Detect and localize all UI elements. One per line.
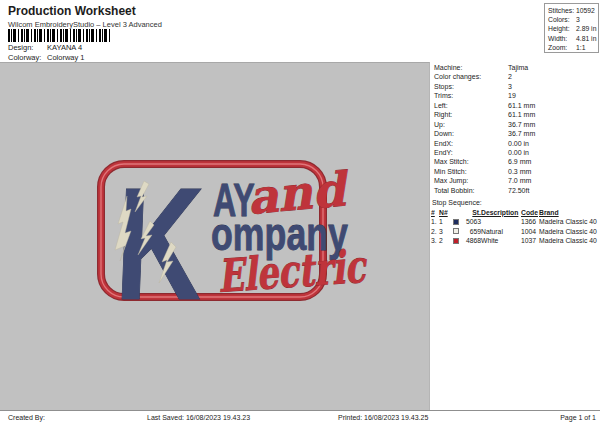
embroidery-design: K AY and ompany Electr xyxy=(0,63,430,412)
seq-cell xyxy=(481,217,521,227)
machine-row: Machine:Tajima xyxy=(430,63,600,72)
seq-header-cell: St. xyxy=(463,208,481,218)
machine-row-value: 72.50ft xyxy=(508,186,600,195)
stop-sequence-row: 2.3659Natural White1004Madeira Classic 4… xyxy=(430,227,600,237)
summary-row: Stitches:10592 xyxy=(548,6,598,15)
seq-cell: 2 xyxy=(439,236,453,246)
stop-sequence-table: #N#St.DescriptionCodeBrand1.150631366Mad… xyxy=(430,208,600,246)
machine-row-value: 7.0 mm xyxy=(508,176,600,185)
machine-row-label: Down: xyxy=(434,129,508,138)
machine-row-label: Left: xyxy=(434,101,508,110)
page-footer: Created By: Last Saved: 16/08/2023 19.43… xyxy=(0,410,600,424)
summary-row-value: 10592 xyxy=(576,6,598,15)
machine-row: Up:36.7 mm xyxy=(430,120,600,129)
machine-row: Trims:19 xyxy=(430,91,600,100)
letter-k: K xyxy=(113,154,207,333)
summary-row-label: Height: xyxy=(548,24,576,33)
machine-row-value: 19 xyxy=(508,91,600,100)
machine-row-value: 6.9 mm xyxy=(508,157,600,166)
thread-color-swatch xyxy=(453,236,463,246)
stop-sequence-row: 1.150631366Madeira Classic 40 xyxy=(430,217,600,227)
summary-row-label: Colors: xyxy=(548,15,576,24)
seq-header-cell xyxy=(453,208,463,218)
machine-row-value: Tajima xyxy=(508,63,600,72)
machine-row-value: 61.1 mm xyxy=(508,101,600,110)
machine-row: Right:61.1 mm xyxy=(430,110,600,119)
created-by-label: Created By: xyxy=(8,414,45,421)
machine-row: Left:61.1 mm xyxy=(430,101,600,110)
machine-row-value: 36.7 mm xyxy=(508,120,600,129)
colorway-row: Colorway:Colorway 1 xyxy=(8,53,85,62)
machine-row: Max Stitch:6.9 mm xyxy=(430,157,600,166)
page-title: Production Worksheet xyxy=(8,4,136,18)
svg-text:Electric: Electric xyxy=(216,240,369,302)
summary-row-value: 2.89 in xyxy=(576,24,598,33)
machine-row: EndY:0.00 in xyxy=(430,148,600,157)
seq-header-cell: Brand xyxy=(535,208,600,218)
colorway-label: Colorway: xyxy=(8,53,47,62)
app-subtitle: Wilcom EmbroideryStudio – Level 3 Advanc… xyxy=(8,20,162,29)
barcode xyxy=(8,29,112,42)
machine-row-label: Machine: xyxy=(434,63,508,72)
seq-cell: 3. xyxy=(431,236,439,246)
machine-row-value: 0.00 in xyxy=(508,148,600,157)
machine-row: Total Bobbin:72.50ft xyxy=(430,186,600,195)
machine-row: Color changes:2 xyxy=(430,72,600,81)
machine-row-label: EndX: xyxy=(434,139,508,148)
summary-row: Width:4.81 in xyxy=(548,34,598,43)
machine-row-label: EndY: xyxy=(434,148,508,157)
machine-parameter-list: Machine:TajimaColor changes:2Stops:3Trim… xyxy=(430,62,600,195)
seq-cell xyxy=(481,236,521,246)
seq-cell: Madeira Classic 40 xyxy=(535,217,600,227)
seq-header-cell: # xyxy=(431,208,439,218)
machine-row-value: 2 xyxy=(508,72,600,81)
stop-sequence-title: Stop Sequence: xyxy=(430,198,600,208)
seq-cell: 1. xyxy=(431,217,439,227)
page-number: Page 1 of 1 xyxy=(560,414,596,421)
machine-row: Stops:3 xyxy=(430,82,600,91)
machine-row: EndX:0.00 in xyxy=(430,139,600,148)
design-label: Design: xyxy=(8,43,47,52)
swatch-color xyxy=(453,219,459,225)
machine-row-label: Up: xyxy=(434,120,508,129)
seq-cell: 1037 xyxy=(521,236,535,246)
last-saved-text: Last Saved: 16/08/2023 19.43.23 xyxy=(147,414,250,421)
summary-row-value: 3 xyxy=(576,15,598,24)
machine-row: Min Stitch:0.3 mm xyxy=(430,167,600,176)
machine-row-label: Min Stitch: xyxy=(434,167,508,176)
design-row: Design:KAYANA 4 xyxy=(8,43,82,52)
printed-text: Printed: 16/08/2023 19.43.25 xyxy=(338,414,428,421)
machine-row-label: Right: xyxy=(434,110,508,119)
machine-row-label: Color changes: xyxy=(434,72,508,81)
machine-row-label: Max Stitch: xyxy=(434,157,508,166)
summary-row-value: 1:1 xyxy=(576,43,598,52)
colorway-value: Colorway 1 xyxy=(47,53,85,62)
machine-row-value: 36.7 mm xyxy=(508,129,600,138)
production-worksheet-page: Production Worksheet Wilcom EmbroiderySt… xyxy=(0,0,600,424)
machine-row-label: Max Jump: xyxy=(434,176,508,185)
seq-header-cell: N# xyxy=(439,208,453,218)
swatch-color xyxy=(453,228,459,234)
design-value: KAYANA 4 xyxy=(47,43,82,52)
summary-row: Zoom:1:1 xyxy=(548,43,598,52)
design-summary-box: Stitches:10592Colors:3Height:2.89 inWidt… xyxy=(544,3,599,53)
thread-color-swatch xyxy=(453,217,463,227)
machine-row: Down:36.7 mm xyxy=(430,129,600,138)
machine-row-label: Stops: xyxy=(434,82,508,91)
machine-row-value: 61.1 mm xyxy=(508,110,600,119)
seq-cell: Madeira Classic 40 xyxy=(535,236,600,246)
machine-row-value: 3 xyxy=(508,82,600,91)
design-canvas: K AY and ompany Electr xyxy=(0,62,430,411)
seq-cell: 1366 xyxy=(521,217,535,227)
summary-row: Colors:3 xyxy=(548,15,598,24)
machine-row-label: Total Bobbin: xyxy=(434,186,508,195)
seq-cell: 5063 xyxy=(463,217,481,227)
swatch-color xyxy=(453,238,459,244)
seq-header-cell: Description xyxy=(481,208,521,218)
summary-row: Height:2.89 in xyxy=(548,24,598,33)
summary-row-label: Width: xyxy=(548,34,576,43)
machine-row-value: 0.00 in xyxy=(508,139,600,148)
stop-sequence-header: #N#St.DescriptionCodeBrand xyxy=(430,208,600,218)
svg-text:K: K xyxy=(113,154,207,333)
machine-row-label: Trims: xyxy=(434,91,508,100)
